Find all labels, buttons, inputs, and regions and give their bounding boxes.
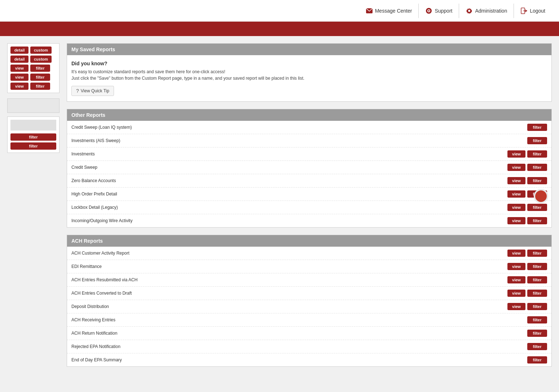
sidebar-custom-btn-1[interactable]: custom [30, 47, 52, 54]
logout-label: Logout [530, 8, 545, 14]
did-you-know-heading: Did you know? [71, 61, 547, 66]
other-reports-body: Credit Sweep (Loan IQ system)filterInves… [67, 121, 551, 227]
filter-button[interactable]: filter [527, 250, 547, 257]
filter-button[interactable]: filter [527, 330, 547, 337]
view-button[interactable]: view [507, 303, 525, 310]
svg-point-3 [428, 10, 430, 12]
saved-reports-panel: My Saved Reports Did you know? It's easy… [67, 43, 552, 102]
sidebar-section2-spacer [10, 120, 56, 131]
page-body: detail custom detail custom view filter … [0, 36, 559, 381]
report-label: Credit Sweep (Loan IQ system) [71, 125, 132, 130]
other-report-row: Investmentsviewfilter [67, 147, 551, 161]
message-center-label: Message Center [375, 8, 412, 14]
filter-button[interactable]: filter [527, 290, 547, 297]
report-label: End of Day EPA Summary [71, 357, 122, 362]
header: Message Center Support Administration [0, 0, 559, 22]
sidebar-view-btn-3[interactable]: view [10, 83, 28, 90]
report-actions: viewfilter [507, 150, 547, 158]
ach-report-row: EDI Remittanceviewfilter [67, 260, 551, 273]
report-actions: filter [527, 356, 547, 364]
report-actions: viewfilter [507, 303, 547, 310]
view-button[interactable]: view [507, 164, 525, 171]
filter-button[interactable]: filter [527, 217, 547, 224]
envelope-icon [366, 7, 373, 14]
administration-nav[interactable]: Administration [459, 4, 514, 18]
other-report-row: Investments (AIS Sweep)filter [67, 134, 551, 147]
view-button[interactable]: view [507, 177, 525, 184]
ach-report-row: ACH Receiving Entriesfilter [67, 313, 551, 327]
other-report-row: Credit Sweepviewfilter [67, 161, 551, 174]
filter-button[interactable]: filter [527, 137, 547, 144]
ach-report-row: Rejected EPA Notificationfilter [67, 340, 551, 353]
view-button[interactable]: view [507, 204, 525, 211]
sidebar-filter-btn-3[interactable]: filter [30, 83, 50, 90]
sidebar-custom-btn-2[interactable]: custom [30, 56, 52, 63]
sidebar-detail-btn-2[interactable]: detail [10, 56, 28, 63]
filter-button[interactable]: filter [527, 356, 547, 364]
saved-reports-title: My Saved Reports [71, 47, 115, 52]
report-label: ACH Return Notification [71, 331, 117, 336]
other-report-row: Lockbox Detail (Legacy)viewfilter [67, 201, 551, 214]
view-button[interactable]: view [507, 290, 525, 297]
sidebar-row-1: detail custom [10, 47, 56, 54]
report-actions: viewfilter [507, 250, 547, 257]
support-nav[interactable]: Support [419, 4, 459, 18]
view-quick-tip-button[interactable]: ? View Quick Tip [71, 86, 114, 96]
sidebar-filter-btn-2[interactable]: filter [30, 74, 50, 81]
sidebar-row-4: view filter [10, 74, 56, 81]
report-actions: viewfilter [507, 276, 547, 283]
report-label: Lockbox Detail (Legacy) [71, 205, 118, 210]
ach-reports-panel: ACH Reports ACH Customer Activity Report… [67, 235, 552, 367]
filter-button[interactable]: filter [527, 263, 547, 270]
message-center-nav[interactable]: Message Center [359, 4, 419, 18]
filter-button[interactable]: filter [527, 343, 547, 350]
view-button[interactable]: view [507, 150, 525, 158]
filter-button[interactable]: filter [527, 316, 547, 323]
report-actions: viewfilter [507, 164, 547, 171]
report-actions: filter [527, 137, 547, 144]
sidebar-filter-btn-1[interactable]: filter [30, 65, 50, 72]
other-report-row: Credit Sweep (Loan IQ system)filter [67, 121, 551, 134]
ach-report-row: ACH Entries Resubmitted via ACHviewfilte… [67, 273, 551, 287]
report-actions: filter [527, 343, 547, 350]
filter-button[interactable]: filter [527, 276, 547, 283]
view-button[interactable]: view [507, 190, 525, 198]
ach-reports-header: ACH Reports [67, 235, 551, 247]
sidebar-row-2: detail custom [10, 56, 56, 63]
sidebar-detail-btn-1[interactable]: detail [10, 47, 28, 54]
report-label: Credit Sweep [71, 165, 97, 170]
sidebar-section-2: filter filter [7, 116, 60, 153]
filter-button[interactable]: filter [527, 177, 547, 184]
sidebar-view-btn-1[interactable]: view [10, 65, 28, 72]
sidebar-filter-btn-5[interactable]: filter [10, 142, 56, 150]
sidebar-filter-btn-4[interactable]: filter [10, 133, 56, 141]
filter-button[interactable]: filter [527, 164, 547, 171]
saved-reports-header: My Saved Reports [67, 44, 551, 55]
report-label: Rejected EPA Notification [71, 344, 120, 349]
support-icon [425, 7, 432, 14]
other-report-row: Incoming/Outgoing Wire Activityviewfilte… [67, 214, 551, 227]
filter-button[interactable]: filter [527, 150, 547, 158]
view-button[interactable]: view [507, 217, 525, 224]
header-navigation: Message Center Support Administration [359, 4, 552, 18]
view-button[interactable]: view [507, 250, 525, 257]
sidebar-row-3: view filter [10, 65, 56, 72]
report-label: ACH Receiving Entries [71, 317, 115, 322]
sidebar-view-btn-2[interactable]: view [10, 74, 28, 81]
report-actions: filter [527, 124, 547, 131]
other-report-row: Zero Balance Accountsviewfilter [67, 174, 551, 188]
logout-nav[interactable]: Logout [514, 4, 552, 18]
ach-report-row: ACH Entries Converted to Draftviewfilter [67, 287, 551, 300]
view-button[interactable]: view [507, 276, 525, 283]
report-actions: viewfilter [507, 217, 547, 224]
view-button[interactable]: view [507, 263, 525, 270]
did-you-know-line2: Just click the "Save" button from the Cu… [71, 76, 547, 81]
question-icon: ? [76, 88, 79, 94]
filter-button[interactable]: filter [527, 204, 547, 211]
ach-report-row: ACH Return Notificationfilter [67, 327, 551, 340]
gear-icon [466, 7, 473, 14]
filter-button[interactable]: filter [527, 303, 547, 310]
svg-point-5 [468, 10, 470, 12]
sidebar-section-1: detail custom detail custom view filter … [7, 43, 60, 93]
filter-button[interactable]: filter [527, 124, 547, 131]
